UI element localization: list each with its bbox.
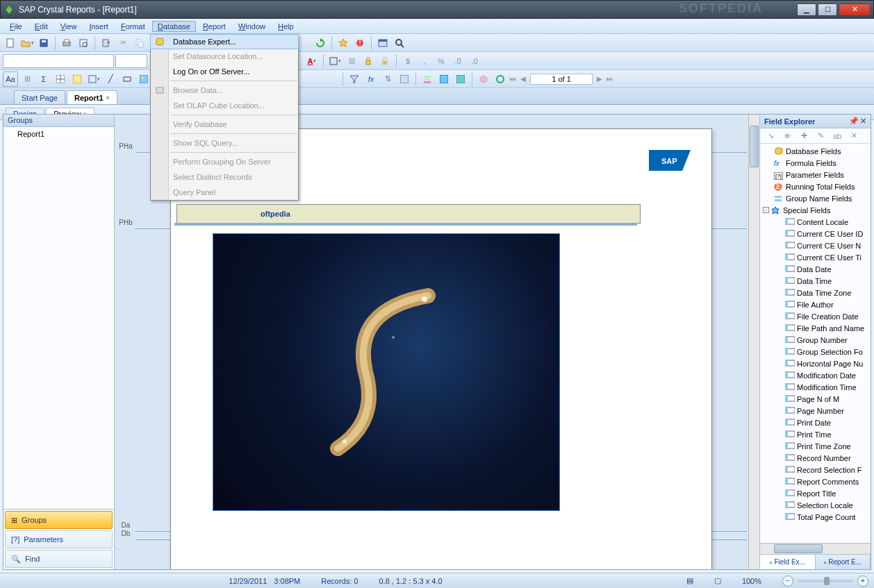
page-indicator[interactable]: 1 of 1 [530, 74, 593, 85]
special-field-selection-locale[interactable]: Selection Locale [761, 499, 869, 511]
export-button[interactable] [99, 35, 114, 51]
font-name-combo[interactable] [3, 54, 114, 68]
line-button[interactable]: ╱ [103, 72, 118, 87]
special-field-print-date[interactable]: Print Date [761, 417, 869, 428]
section-expert-button[interactable] [420, 72, 435, 87]
menu-window[interactable]: Window [233, 21, 271, 32]
special-field-file-path-and-name[interactable]: File Path and Name [761, 322, 869, 334]
layout-icon[interactable]: ▤ [686, 576, 693, 585]
group-expert-button[interactable] [397, 72, 412, 87]
section-db[interactable]: Db [116, 530, 135, 541]
check-button[interactable]: ! [352, 35, 368, 51]
doc-tab-start-page[interactable]: Start Page [14, 90, 65, 104]
nav-groups[interactable]: ⊞Groups [5, 511, 113, 529]
special-field-report-title[interactable]: Report Title [761, 487, 869, 499]
group-tree-root[interactable]: Report1 [8, 130, 110, 138]
pin-icon[interactable]: 📌 [849, 117, 859, 126]
fe-edit-button[interactable]: ✎ [813, 128, 828, 144]
explorer-tab-fieldex[interactable]: ▫Field Ex... [760, 555, 816, 569]
field-category-group-name-fields[interactable]: Group Name Fields [761, 192, 869, 204]
special-field-total-page-count[interactable]: Total Page Count [761, 511, 869, 523]
page-icon[interactable]: ▢ [714, 576, 721, 585]
menu-item-log-on-or-off-server[interactable]: Log On or Off Server... [151, 64, 298, 79]
thousands-button[interactable]: , [417, 53, 432, 69]
copy-button[interactable] [132, 35, 147, 51]
summary-button[interactable]: Σ [36, 72, 51, 87]
subreport-button[interactable] [86, 72, 101, 87]
section-phb[interactable]: PHb [116, 219, 135, 230]
menu-view[interactable]: View [55, 21, 83, 32]
special-field-data-time-zone[interactable]: Data Time Zone [761, 287, 869, 299]
refresh-data-button[interactable] [493, 72, 508, 87]
open-button[interactable] [19, 35, 35, 51]
doc-tab-report1[interactable]: Report1× [67, 90, 117, 104]
new-button[interactable] [3, 35, 18, 51]
special-field-current-ce-user-n[interactable]: Current CE User N [761, 240, 869, 251]
zoom-slider[interactable] [798, 580, 853, 582]
section-pha[interactable]: PHa [116, 142, 135, 153]
explorer-tab-reporte[interactable]: ▫Report E... [816, 555, 871, 569]
picture-button[interactable] [136, 72, 151, 87]
special-field-page-number[interactable]: Page Number [761, 405, 869, 417]
formula-workshop-button[interactable]: fx [363, 72, 379, 87]
close-tab-icon[interactable]: × [106, 94, 110, 101]
last-page-button[interactable]: ⏭ [607, 75, 613, 83]
increase-decimal-button[interactable]: .0 [450, 53, 465, 69]
select-expert-button[interactable] [347, 72, 362, 87]
next-page-button[interactable]: ▶ [597, 75, 602, 83]
decrease-decimal-button[interactable]: .0 [467, 53, 482, 69]
special-field-record-number[interactable]: Record Number [761, 452, 869, 464]
field-explorer-tree[interactable]: Database FieldsfxFormula Fields[?]Parame… [760, 144, 871, 543]
maximize-button[interactable] [818, 3, 837, 16]
border-button[interactable] [327, 53, 343, 69]
group-button[interactable]: ⊞ [19, 72, 35, 87]
sort-button[interactable]: ⇅ [380, 72, 395, 87]
groups-tree[interactable]: Report1 [3, 127, 114, 509]
menu-format[interactable]: Format [115, 21, 151, 32]
menu-edit[interactable]: Edit [29, 21, 53, 32]
text-object-button[interactable]: Aa [3, 72, 18, 87]
lock-format-button[interactable] [361, 53, 376, 69]
olap-expert-button[interactable] [453, 72, 468, 87]
percent-button[interactable]: % [434, 53, 449, 69]
font-size-combo[interactable] [115, 54, 147, 68]
favorites-button[interactable] [336, 35, 351, 51]
special-field-content-locale[interactable]: Content Locale [761, 216, 869, 228]
nav-find[interactable]: 🔍Find [5, 550, 113, 568]
special-field-modification-time[interactable]: Modification Time [761, 381, 869, 393]
panel-close-icon[interactable]: ✕ [860, 117, 866, 126]
menu-insert[interactable]: Insert [83, 21, 114, 32]
special-field-current-ce-user-ti[interactable]: Current CE User Ti [761, 251, 869, 263]
fe-new-button[interactable]: ✚ [796, 128, 811, 144]
special-field-report-comments[interactable]: Report Comments [761, 476, 869, 487]
field-category-formula-fields[interactable]: fxFormula Fields [761, 157, 869, 169]
special-field-file-author[interactable]: File Author [761, 299, 869, 310]
box-button[interactable] [119, 72, 135, 87]
special-field-record-selection-f[interactable]: Record Selection F [761, 464, 869, 476]
special-field-page-n-of-m[interactable]: Page N of M [761, 393, 869, 405]
fe-horizontal-scrollbar[interactable] [760, 543, 871, 554]
special-field-print-time-zone[interactable]: Print Time Zone [761, 440, 869, 452]
field-category-running-total-fields[interactable]: ΣRunning Total Fields [761, 180, 869, 192]
report-title-field[interactable]: oftpedia [176, 204, 641, 224]
special-field-file-creation-date[interactable]: File Creation Date [761, 310, 869, 322]
prev-page-button[interactable]: ◀ [520, 75, 526, 83]
crosstab-button[interactable] [53, 72, 68, 87]
print-preview-button[interactable] [76, 35, 91, 51]
menu-item-database-expert[interactable]: Database Expert... [150, 34, 299, 49]
menu-help[interactable]: Help [272, 21, 299, 32]
special-field-modification-date[interactable]: Modification Date [761, 369, 869, 381]
zoom-in-button[interactable]: + [857, 576, 868, 587]
refresh-button[interactable] [313, 35, 328, 51]
special-field-group-selection-fo[interactable]: Group Selection Fo [761, 346, 869, 358]
stop-button[interactable] [476, 72, 491, 87]
special-field-current-ce-user-id[interactable]: Current CE User ID [761, 228, 869, 240]
currency-button[interactable]: $ [400, 53, 415, 69]
vertical-scrollbar[interactable] [748, 115, 759, 569]
zoom-out-button[interactable]: − [782, 576, 793, 587]
find-button[interactable] [392, 35, 407, 51]
cut-button[interactable]: ✂ [115, 35, 131, 51]
special-field-horizontal-page-nu[interactable]: Horizontal Page Nu [761, 358, 869, 369]
fe-browse-button[interactable]: 👁 [780, 128, 795, 144]
menu-report[interactable]: Report [197, 21, 231, 32]
